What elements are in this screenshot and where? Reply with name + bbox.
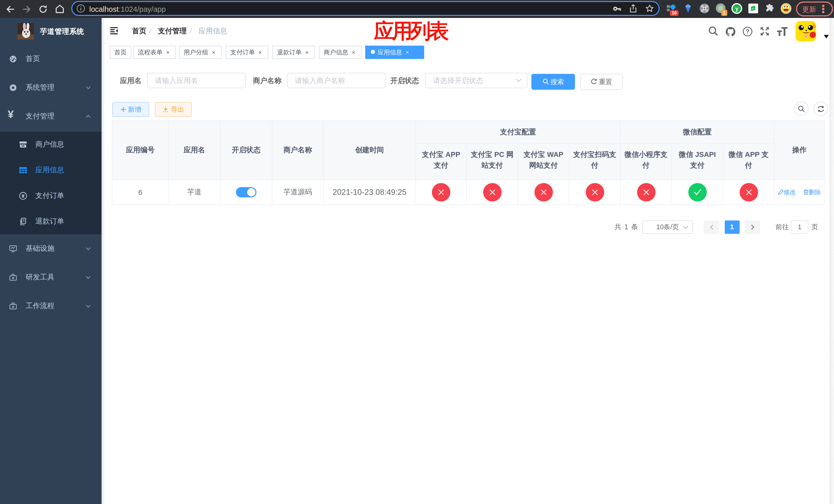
svg-text:y: y xyxy=(735,5,739,12)
svg-text:?: ? xyxy=(746,28,749,35)
